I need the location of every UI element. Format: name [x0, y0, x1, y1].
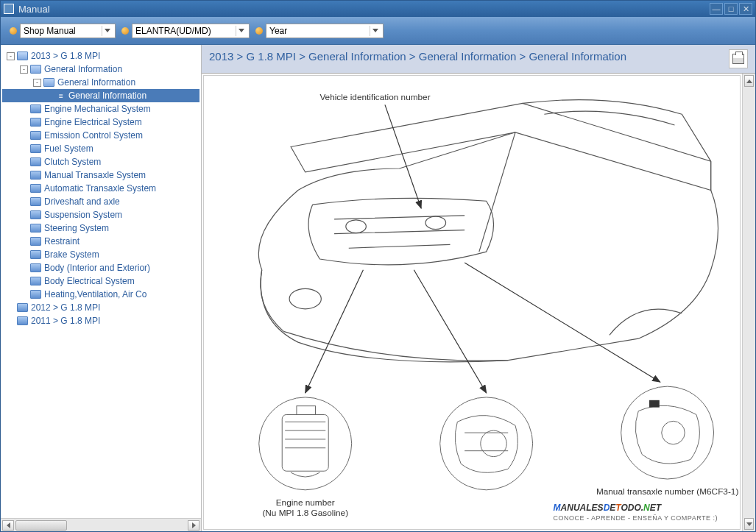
- svg-point-1: [346, 220, 367, 233]
- scroll-right-button[interactable]: [188, 520, 199, 531]
- chevron-down-icon: [102, 26, 112, 36]
- content-body: Vehicle identification number: [202, 74, 755, 531]
- folder-icon: [17, 303, 28, 312]
- tree-node[interactable]: Emission Control System: [2, 129, 199, 142]
- svg-point-8: [259, 397, 352, 490]
- tree-node-label: General Information: [44, 64, 122, 74]
- tree-node[interactable]: 2011 > G 1.8 MPI: [2, 314, 199, 327]
- tree-node[interactable]: -General Information: [2, 76, 199, 89]
- tree-node[interactable]: Engine Mechanical System: [2, 102, 199, 116]
- toolbar: Shop Manual ELANTRA(UD/MD) Year: [1, 17, 755, 45]
- svg-line-4: [385, 104, 421, 208]
- folder-icon: [30, 184, 41, 193]
- printer-icon: [732, 54, 744, 64]
- svg-line-5: [305, 270, 364, 393]
- tree-node[interactable]: Heating,Ventilation, Air Co: [2, 288, 199, 301]
- tree-node-label: Suspension System: [44, 210, 122, 220]
- tree-node[interactable]: Suspension System: [2, 208, 199, 221]
- scroll-left-button[interactable]: [2, 520, 14, 531]
- minimize-button[interactable]: —: [710, 3, 723, 15]
- tree-node[interactable]: Body (Interior and Exterior): [2, 261, 199, 274]
- tree-node[interactable]: 2012 > G 1.8 MPI: [2, 301, 199, 314]
- tree-node-label: Restraint: [44, 236, 80, 247]
- folder-open-icon: [17, 52, 28, 60]
- tree-node[interactable]: Body Electrical System: [2, 274, 199, 288]
- diagram-area: Vehicle identification number: [203, 75, 741, 530]
- toggle-spacer: [20, 118, 28, 127]
- toggle-spacer: [20, 171, 28, 180]
- tree-node[interactable]: Driveshaft and axle: [2, 195, 199, 208]
- dropdown-label: ELANTRA(UD/MD): [135, 26, 236, 36]
- window-controls: — □ ✕: [710, 3, 752, 15]
- engine-label-1: Engine number: [276, 497, 335, 508]
- toggle-spacer: [46, 92, 54, 100]
- scroll-up-button[interactable]: [744, 75, 754, 87]
- tree-node-label: General Information: [57, 77, 135, 88]
- vertical-scrollbar[interactable]: [742, 74, 755, 531]
- folder-icon: [30, 210, 41, 219]
- folder-icon: [30, 237, 41, 246]
- tree-node[interactable]: Engine Electrical System: [2, 116, 199, 129]
- scroll-track[interactable]: [743, 87, 755, 518]
- collapse-icon[interactable]: -: [20, 65, 28, 74]
- horizontal-scrollbar[interactable]: [1, 518, 201, 531]
- svg-rect-15: [649, 400, 660, 408]
- tree-node[interactable]: Clutch System: [2, 155, 199, 169]
- tree-node[interactable]: Restraint: [2, 235, 199, 248]
- tree-node-label: Emission Control System: [44, 130, 143, 141]
- chevron-down-icon: [370, 26, 380, 36]
- svg-point-3: [289, 288, 321, 309]
- scroll-thumb[interactable]: [15, 520, 67, 531]
- scroll-track[interactable]: [15, 520, 186, 531]
- tree-node-label: Automatic Transaxle System: [44, 183, 156, 194]
- folder-icon: [17, 316, 28, 325]
- arrow-left-icon: [7, 522, 10, 528]
- window-title: Manual: [18, 4, 710, 15]
- dropdown-manual: Shop Manual: [10, 24, 116, 38]
- dropdown-label: Year: [269, 26, 370, 36]
- collapse-icon[interactable]: -: [7, 52, 15, 60]
- transaxle-label: Manual transaxle number (M6CF3-1): [596, 486, 738, 497]
- dropdown-model: ELANTRA(UD/MD): [121, 24, 250, 38]
- maximize-button[interactable]: □: [724, 3, 738, 15]
- collapse-icon[interactable]: -: [33, 79, 41, 87]
- tree-node-label: Driveshaft and axle: [44, 196, 120, 207]
- tree-node[interactable]: ≡General Information: [2, 89, 199, 102]
- toggle-spacer: [20, 198, 28, 206]
- folder-icon: [30, 250, 41, 259]
- sidebar: -2013 > G 1.8 MPI-General Information-Ge…: [1, 45, 202, 531]
- tree-node-label: Engine Mechanical System: [44, 104, 151, 114]
- toggle-spacer: [20, 238, 28, 246]
- toggle-spacer: [20, 224, 28, 233]
- tree-node[interactable]: Fuel System: [2, 142, 199, 155]
- engine-label-2: (Nu MPI 1.8 Gasoline): [262, 508, 348, 518]
- scroll-down-button[interactable]: [744, 518, 754, 530]
- tree-node-label: Engine Electrical System: [44, 117, 142, 127]
- tree-node-label: Fuel System: [44, 143, 93, 154]
- toggle-spacer: [20, 105, 28, 113]
- toggle-spacer: [20, 264, 28, 272]
- tree-node[interactable]: Brake System: [2, 248, 199, 261]
- close-button[interactable]: ✕: [739, 3, 752, 15]
- tree-node[interactable]: -General Information: [2, 63, 199, 76]
- folder-icon: [30, 263, 41, 272]
- print-button[interactable]: [729, 49, 748, 68]
- svg-rect-9: [282, 414, 328, 471]
- toggle-spacer: [20, 132, 28, 140]
- tree-node[interactable]: -2013 > G 1.8 MPI: [2, 49, 199, 63]
- tree-node-label: Heating,Ventilation, Air Co: [44, 289, 146, 299]
- dropdown-shop-manual[interactable]: Shop Manual: [20, 24, 116, 38]
- dropdown-vehicle[interactable]: ELANTRA(UD/MD): [132, 24, 250, 38]
- tree-node[interactable]: Manual Transaxle System: [2, 169, 199, 182]
- document-icon: ≡: [57, 91, 66, 100]
- tree-node-label: 2012 > G 1.8 MPI: [31, 302, 100, 313]
- folder-icon: [30, 224, 41, 233]
- folder-icon: [30, 157, 41, 166]
- nav-tree: -2013 > G 1.8 MPI-General Information-Ge…: [1, 45, 201, 518]
- tree-node[interactable]: Automatic Transaxle System: [2, 182, 199, 195]
- tree-node-label: Steering System: [44, 223, 109, 233]
- tree-node-label: Body (Interior and Exterior): [44, 263, 150, 273]
- tree-node[interactable]: Steering System: [2, 221, 199, 235]
- toggle-spacer: [20, 291, 28, 299]
- dropdown-year[interactable]: Year: [266, 24, 384, 38]
